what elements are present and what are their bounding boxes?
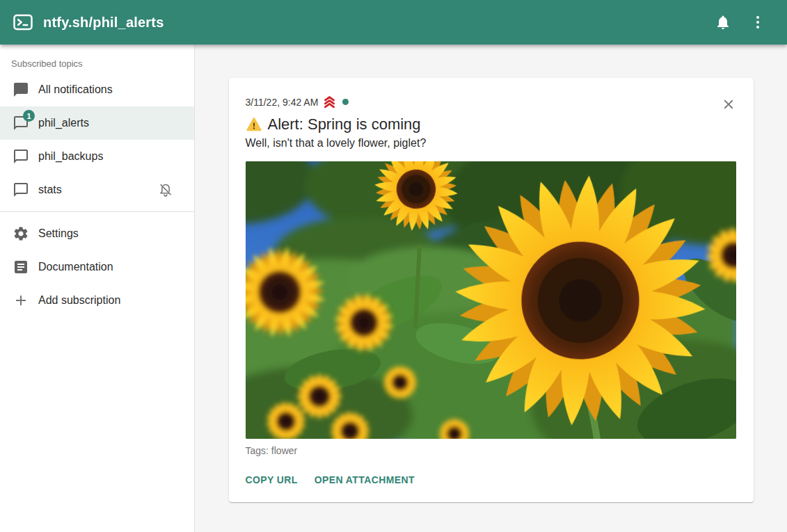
plus-icon (13, 292, 29, 309)
notifications-muted-icon (158, 182, 173, 198)
notification-card: 3/11/22, 9:42 AM (229, 78, 754, 502)
attachment-image[interactable] (246, 161, 736, 439)
notification-title: Alert: Spring is coming (268, 115, 421, 134)
appbar-title: ntfy.sh/phil_alerts (43, 15, 164, 31)
sidebar-item-all-notifications[interactable]: All notifications (0, 73, 194, 106)
notification-meta-row: 3/11/22, 9:42 AM (246, 95, 737, 109)
priority-max-icon (322, 95, 337, 109)
overflow-menu-button[interactable] (742, 7, 773, 38)
notification-timestamp: 3/11/22, 9:42 AM (246, 97, 319, 108)
chat-bubble-outline-icon (13, 182, 29, 198)
main-content: 3/11/22, 9:42 AM (195, 45, 787, 532)
notification-body: Well, isn't that a lovely flower, piglet… (246, 137, 737, 150)
notification-tags: Tags: flower (246, 445, 737, 456)
notification-actions: COPY URL OPEN ATTACHMENT (246, 469, 737, 491)
appbar: ntfy.sh/phil_alerts (0, 0, 787, 45)
chat-bubble-outline-icon: 1 (13, 115, 29, 131)
close-notification-button[interactable] (720, 96, 737, 113)
chat-bubble-outline-icon (13, 148, 29, 165)
sidebar-item-add-subscription[interactable]: Add subscription (0, 284, 194, 317)
unread-dot-icon (342, 99, 349, 105)
unread-count-badge: 1 (23, 110, 35, 122)
sidebar-divider (0, 211, 194, 212)
more-vert-icon (749, 14, 766, 31)
chat-bubble-filled-icon (13, 81, 29, 98)
sidebar-item-label: phil_backups (38, 150, 103, 163)
article-icon (13, 259, 29, 275)
copy-url-button[interactable]: COPY URL (246, 469, 303, 491)
bell-icon (715, 14, 731, 31)
subscribed-topics-label: Subscribed topics (0, 49, 194, 73)
sidebar-item-label: Add subscription (38, 294, 120, 307)
sidebar-item-label: Settings (38, 227, 79, 240)
sidebar-item-phil-alerts[interactable]: 1 phil_alerts (0, 106, 194, 140)
sidebar: Subscribed topics All notifications 1 ph… (0, 45, 195, 532)
sidebar-item-label: phil_alerts (38, 117, 89, 129)
sidebar-item-phil-backups[interactable]: phil_backups (0, 140, 194, 173)
close-icon (721, 97, 736, 112)
ntfy-terminal-logo-icon (13, 12, 33, 33)
sidebar-item-documentation[interactable]: Documentation (0, 250, 194, 284)
notification-title-row: Alert: Spring is coming (246, 115, 737, 134)
notifications-bell-button[interactable] (708, 7, 738, 38)
sidebar-item-stats[interactable]: stats (0, 173, 194, 207)
warning-emoji-icon (246, 116, 262, 133)
sidebar-item-label: stats (38, 184, 62, 196)
sidebar-item-label: All notifications (38, 83, 113, 96)
open-attachment-button[interactable]: OPEN ATTACHMENT (315, 469, 420, 491)
gear-icon (13, 225, 29, 242)
sidebar-item-label: Documentation (38, 261, 113, 273)
sidebar-item-settings[interactable]: Settings (0, 217, 194, 250)
